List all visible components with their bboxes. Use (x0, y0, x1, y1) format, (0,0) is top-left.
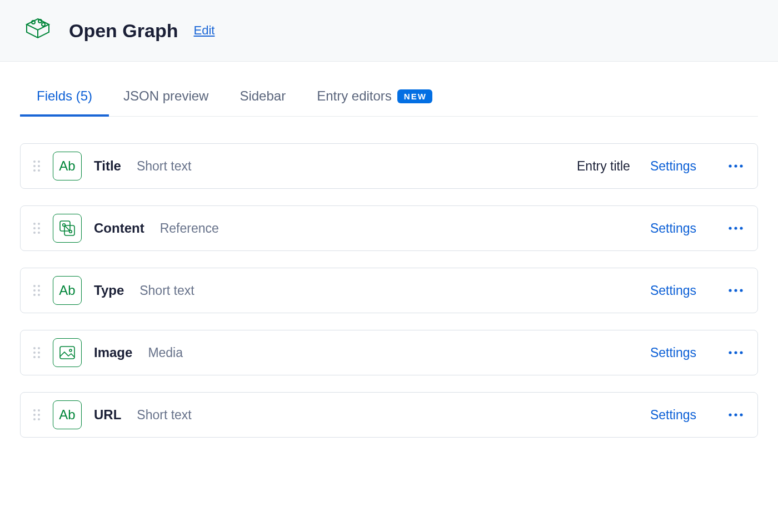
field-row[interactable]: Ab Title Short text Entry title Settings (20, 143, 758, 189)
svg-point-51 (729, 413, 731, 416)
field-settings-link[interactable]: Settings (650, 283, 696, 298)
tab-entry-editors[interactable]: Entry editors NEW (317, 88, 432, 116)
svg-point-5 (33, 165, 36, 167)
svg-point-52 (734, 413, 737, 416)
svg-point-6 (38, 165, 40, 167)
svg-point-41 (69, 349, 72, 352)
drag-handle-icon[interactable] (33, 222, 41, 234)
field-row[interactable]: Ab Type Short text Settings (20, 268, 758, 313)
svg-point-37 (38, 352, 40, 354)
svg-point-11 (740, 164, 742, 167)
field-type-label: Short text (137, 408, 191, 423)
field-type-label: Short text (137, 159, 191, 174)
svg-point-45 (33, 409, 36, 411)
field-settings-link[interactable]: Settings (650, 345, 696, 360)
field-name: Type (94, 283, 124, 298)
svg-point-12 (33, 223, 36, 225)
drag-handle-icon[interactable] (33, 284, 41, 297)
new-badge: NEW (397, 89, 432, 103)
field-name: Title (94, 158, 121, 174)
field-type-label: Short text (139, 283, 194, 298)
svg-point-44 (740, 351, 742, 354)
svg-point-50 (38, 418, 40, 420)
text-field-icon: Ab (53, 400, 82, 429)
drag-handle-icon[interactable] (33, 160, 41, 172)
field-info: Type Short text (94, 283, 638, 298)
svg-point-4 (38, 160, 40, 163)
tab-label: Sidebar (240, 88, 286, 104)
svg-point-9 (729, 164, 731, 167)
svg-point-25 (33, 285, 36, 287)
more-actions-icon[interactable] (729, 351, 743, 354)
svg-point-28 (38, 289, 40, 292)
svg-point-17 (38, 232, 40, 234)
svg-point-48 (38, 414, 40, 416)
svg-point-1 (38, 19, 42, 23)
field-meta-label: Entry title (577, 159, 630, 174)
media-field-icon (53, 338, 82, 367)
svg-point-34 (33, 347, 36, 349)
svg-point-36 (33, 352, 36, 354)
field-settings-link[interactable]: Settings (650, 221, 696, 236)
svg-point-3 (33, 160, 36, 163)
svg-point-33 (740, 289, 742, 292)
svg-point-0 (32, 21, 35, 24)
field-settings-link[interactable]: Settings (650, 159, 696, 174)
svg-point-43 (734, 351, 737, 354)
svg-point-14 (33, 227, 36, 229)
field-info: Title Short text (94, 158, 565, 174)
svg-point-15 (38, 227, 40, 229)
content-type-icon (22, 16, 53, 46)
field-settings-link[interactable]: Settings (650, 408, 696, 423)
more-actions-icon[interactable] (729, 289, 743, 292)
field-info: URL Short text (94, 407, 638, 423)
svg-point-32 (734, 289, 737, 292)
more-actions-icon[interactable] (729, 164, 743, 168)
field-name: Image (94, 345, 132, 360)
svg-point-13 (38, 223, 40, 225)
svg-point-53 (740, 413, 742, 416)
svg-point-46 (38, 409, 40, 411)
svg-point-27 (33, 289, 36, 292)
tab-label: JSON preview (123, 88, 208, 104)
field-info: Content Reference (94, 220, 638, 236)
drag-handle-icon[interactable] (33, 409, 41, 421)
svg-point-22 (729, 227, 731, 229)
tab-fields[interactable]: Fields (5) (37, 88, 92, 116)
svg-point-23 (734, 227, 737, 229)
svg-point-38 (33, 356, 36, 358)
svg-point-24 (740, 227, 742, 229)
more-actions-icon[interactable] (729, 413, 743, 416)
field-row[interactable]: Image Media Settings (20, 330, 758, 375)
svg-point-29 (33, 294, 36, 296)
svg-point-2 (42, 23, 45, 26)
svg-point-42 (729, 351, 731, 354)
field-row[interactable]: Ab URL Short text Settings (20, 392, 758, 438)
svg-rect-40 (60, 347, 74, 359)
svg-point-30 (38, 294, 40, 296)
text-field-icon: Ab (53, 276, 82, 305)
svg-point-7 (33, 169, 36, 172)
tabs: Fields (5) JSON preview Sidebar Entry ed… (20, 62, 758, 117)
svg-point-47 (33, 414, 36, 416)
tab-json-preview[interactable]: JSON preview (123, 88, 208, 116)
drag-handle-icon[interactable] (33, 347, 41, 359)
svg-point-16 (33, 232, 36, 234)
field-type-label: Media (148, 345, 183, 360)
svg-point-49 (33, 418, 36, 420)
page-title: Open Graph (69, 20, 178, 42)
reference-field-icon (53, 214, 82, 243)
svg-point-39 (38, 356, 40, 358)
svg-point-26 (38, 285, 40, 287)
tab-sidebar[interactable]: Sidebar (240, 88, 286, 116)
tab-label: Fields (5) (37, 88, 92, 104)
field-name: Content (94, 220, 144, 236)
field-row[interactable]: Content Reference Settings (20, 205, 758, 251)
field-type-label: Reference (160, 221, 219, 236)
svg-point-31 (729, 289, 731, 292)
field-name: URL (94, 407, 121, 423)
edit-link[interactable]: Edit (193, 23, 215, 38)
field-info: Image Media (94, 345, 638, 360)
more-actions-icon[interactable] (729, 227, 743, 230)
svg-point-10 (734, 164, 737, 167)
